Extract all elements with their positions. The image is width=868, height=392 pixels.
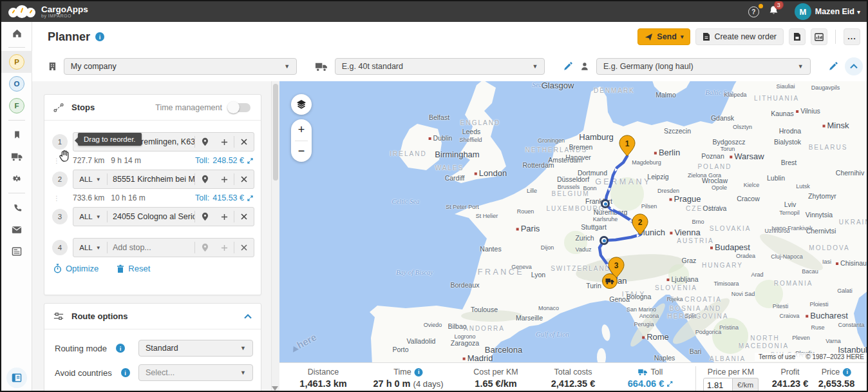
svg-text:2: 2 — [638, 218, 643, 227]
driver-profile-select[interactable]: E.g. Germany (long haul) ▼ — [596, 58, 811, 75]
vehicle-profile-placeholder: E.g. 40t standard — [342, 62, 403, 71]
sidebar-item-orders[interactable]: O — [1, 73, 32, 95]
planner-left-panel: Stops Time management 1 Cremlingen, K63.… — [32, 81, 279, 392]
collapse-sidebar-button[interactable] — [6, 368, 27, 388]
app-logo[interactable]: CargoApps by IMPARGO — [8, 3, 88, 21]
trash-icon — [117, 264, 124, 273]
stop-row-3: 3 ALL▼ 24055 Cologno al Serio... — [44, 207, 262, 226]
scrollbar-down-arrow[interactable] — [272, 386, 278, 391]
stop-row-2: 2 ALL▼ 85551 Kirchheim bei M... — [44, 170, 262, 189]
toll-total-link[interactable]: 664.06 € — [628, 378, 673, 389]
map-layers-button[interactable] — [291, 94, 312, 115]
company-select[interactable]: My company ▼ — [64, 58, 297, 75]
stop-pin-marker-2[interactable]: 2 — [632, 213, 648, 235]
edit-driver-pencil-icon[interactable] — [828, 61, 838, 72]
help-icon[interactable]: ? — [748, 6, 759, 17]
remove-stop-button[interactable] — [234, 139, 254, 145]
sidebar-item-vehicles[interactable] — [1, 146, 32, 168]
notifications-bell[interactable]: 3 — [768, 5, 779, 19]
export-document-button[interactable] — [789, 28, 806, 45]
add-stop-input[interactable] — [113, 243, 189, 252]
add-stop-below-button[interactable] — [214, 213, 234, 220]
sidebar-item-home[interactable] — [1, 22, 32, 44]
routing-mode-select[interactable]: Standard ▼ — [138, 340, 253, 357]
more-actions-button[interactable]: ... — [844, 28, 860, 45]
report-button[interactable] — [811, 28, 827, 45]
panel-scrollbar[interactable] — [271, 81, 279, 392]
send-button[interactable]: Send ▾ — [637, 28, 690, 45]
stop-2-address[interactable]: 85551 Kirchheim bei M... — [108, 175, 194, 184]
segment-toll-link[interactable]: Toll: 248.52 € — [195, 156, 253, 165]
reset-button[interactable]: Reset — [117, 264, 150, 273]
edit-vehicle-pencil-icon[interactable] — [563, 61, 573, 72]
company-building-icon — [48, 61, 57, 72]
sidebar-item-billing[interactable] — [1, 240, 32, 262]
left-sidebar: P O F — [1, 22, 32, 392]
segment-toll-link[interactable]: Toll: 415.53 € — [195, 193, 253, 202]
chevron-up-icon — [850, 64, 858, 69]
zoom-in-button[interactable]: + — [291, 119, 312, 141]
time-info-icon[interactable]: i — [415, 368, 423, 377]
stats-divider — [695, 366, 696, 391]
create-new-order-button[interactable]: Create new order — [695, 28, 784, 45]
time-management-toggle[interactable] — [229, 103, 250, 112]
stop-number-badge: 2 — [52, 172, 68, 187]
ellipsis-icon: ... — [847, 32, 856, 41]
stop-4-type-dropdown[interactable]: ALL▼ — [73, 244, 107, 251]
zoom-out-button[interactable]: − — [291, 141, 312, 162]
sidebar-item-planner[interactable]: P — [1, 51, 32, 73]
svg-text:3: 3 — [614, 261, 619, 270]
waypoint-marker[interactable] — [599, 236, 609, 245]
sidebar-item-fleet[interactable]: F — [1, 95, 32, 117]
add-stop-below-button[interactable] — [214, 139, 234, 146]
stop-3-type-dropdown[interactable]: ALL▼ — [73, 213, 107, 220]
remove-stop-button[interactable] — [234, 213, 254, 220]
truck-icon — [11, 152, 23, 161]
drag-handle-icon[interactable]: ⋮ — [53, 195, 69, 202]
stop-pin-marker-1[interactable]: 1 — [619, 135, 636, 157]
phone-icon — [12, 203, 22, 213]
chevron-down-icon: ▼ — [240, 345, 246, 351]
terms-of-use-link[interactable]: Terms of use — [759, 353, 795, 360]
company-select-value: My company — [71, 62, 117, 71]
sidebar-item-bookmarks[interactable] — [1, 124, 32, 146]
chevron-down-icon: ▼ — [284, 63, 290, 70]
document-icon — [703, 32, 710, 41]
route-options-header[interactable]: Route options — [44, 304, 261, 329]
stat-price: Pricei 2,653.58 € — [818, 368, 854, 392]
chevron-up-icon[interactable] — [244, 314, 252, 319]
stat-note: (4 days) — [413, 379, 444, 389]
sidebar-item-phone[interactable] — [1, 197, 32, 219]
route-map[interactable]: SeaBaltic SeaCeltic SeaBay of BiscayGulf… — [279, 81, 868, 362]
sidebar-item-settings[interactable] — [1, 168, 32, 190]
pick-on-map-button[interactable] — [195, 137, 214, 146]
remove-stop-button[interactable] — [234, 176, 254, 182]
reset-label: Reset — [128, 264, 150, 273]
planner-info-icon[interactable]: i — [95, 32, 104, 41]
stop-3-address[interactable]: 24055 Cologno al Serio... — [108, 212, 194, 221]
price-per-km-input[interactable] — [703, 378, 733, 392]
avoid-countries-info-icon[interactable]: i — [121, 368, 130, 377]
stat-value: 2,412.35 € — [551, 378, 596, 389]
add-stop-below-button[interactable] — [214, 176, 234, 183]
scrollbar-thumb[interactable] — [273, 84, 278, 181]
price-per-km-unit: €/km — [733, 378, 759, 392]
waypoint-marker[interactable] — [601, 199, 610, 208]
map-controls: + − — [291, 94, 312, 162]
vehicle-profile-select[interactable]: E.g. 40t standard ▼ — [335, 58, 545, 75]
bookmark-icon — [12, 130, 22, 140]
sidebar-item-messages[interactable] — [1, 219, 32, 240]
truck-position-marker[interactable] — [602, 273, 618, 289]
avoid-countries-select[interactable]: Select... ▼ — [138, 364, 253, 381]
user-menu[interactable]: M Mazen Eid ▾ — [788, 3, 860, 20]
pick-on-map-button[interactable] — [195, 175, 214, 184]
page-title: Planner — [48, 30, 90, 44]
remove-stop-button[interactable] — [234, 244, 254, 251]
optimize-button[interactable]: Optimize — [53, 264, 99, 273]
price-info-icon[interactable]: i — [843, 368, 851, 377]
pick-on-map-button[interactable] — [195, 212, 214, 221]
map-pin-icon — [202, 243, 209, 252]
stop-2-type-dropdown[interactable]: ALL▼ — [73, 175, 107, 183]
routing-mode-info-icon[interactable]: i — [116, 344, 125, 353]
collapse-toolbar-button[interactable] — [845, 57, 863, 75]
